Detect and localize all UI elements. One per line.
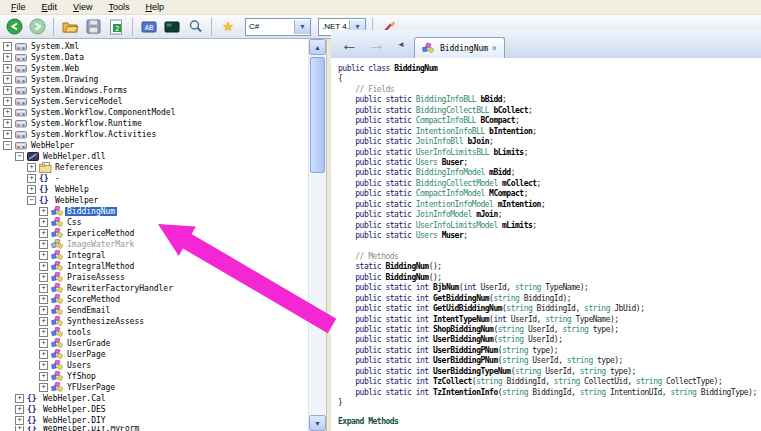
expander-collapsed-icon[interactable]: +	[39, 350, 48, 359]
menu-tools[interactable]: Tools	[101, 1, 136, 13]
tree-label[interactable]: System.Xml	[29, 42, 81, 51]
expander-collapsed-icon[interactable]: +	[39, 317, 48, 326]
tree-item-userpage[interactable]: +UserPage	[0, 349, 308, 360]
expander-collapsed-icon[interactable]: +	[3, 42, 12, 51]
tree-label[interactable]: WebHelper.DIY.MyForm	[41, 426, 141, 431]
tree-item-webhelper-des[interactable]: +{}WebHelper.DES	[0, 404, 308, 415]
export-page-icon[interactable]: 2	[106, 17, 126, 36]
expander-collapsed-icon[interactable]: +	[39, 207, 48, 216]
expander-collapsed-icon[interactable]: +	[27, 185, 36, 194]
tree-label[interactable]: YFUserPage	[65, 383, 117, 392]
expander-collapsed-icon[interactable]: +	[3, 86, 12, 95]
tree-label[interactable]: System.ServiceModel	[29, 97, 125, 106]
tree-label[interactable]: PraiseAssess	[65, 273, 127, 282]
expand-methods-link[interactable]: Expand Methods	[338, 417, 761, 428]
expander-collapsed-icon[interactable]: +	[39, 262, 48, 271]
expander-collapsed-icon[interactable]: +	[27, 163, 36, 172]
expander-collapsed-icon[interactable]: +	[3, 130, 12, 139]
forward-button[interactable]	[27, 17, 47, 36]
expander-collapsed-icon[interactable]: +	[15, 394, 24, 403]
expander-collapsed-icon[interactable]: +	[27, 174, 36, 183]
expander-expanded-icon[interactable]: −	[3, 141, 12, 150]
tree-label[interactable]: System.Workflow.ComponentModel	[29, 108, 178, 117]
expander-expanded-icon[interactable]: −	[27, 196, 36, 205]
expander-collapsed-icon[interactable]: +	[15, 416, 24, 425]
expander-collapsed-icon[interactable]: +	[39, 240, 48, 249]
tree-item-biddingnum[interactable]: +BiddingNum	[0, 206, 308, 217]
expander-collapsed-icon[interactable]: +	[39, 229, 48, 238]
expander-collapsed-icon[interactable]: +	[39, 273, 48, 282]
back-button[interactable]	[4, 17, 24, 36]
language-select[interactable]: C# ▼	[245, 18, 311, 36]
save-icon[interactable]	[83, 17, 103, 36]
tree-label[interactable]: Integral	[65, 251, 108, 260]
tree-item-rewriterfactoryhandler[interactable]: +RewriterFactoryHandler	[0, 283, 308, 294]
tree-label[interactable]: Users	[65, 361, 93, 370]
tree-label[interactable]: ImageWaterMark	[65, 240, 136, 249]
chevron-down-icon[interactable]: ▼	[294, 20, 310, 34]
tree-label[interactable]: UserGrade	[65, 339, 112, 348]
tree-item-expericemethod[interactable]: +ExpericeMethod	[0, 228, 308, 239]
tree-item-webhelper[interactable]: −{}WebHelper	[0, 195, 308, 206]
expander-collapsed-icon[interactable]: +	[39, 251, 48, 260]
tree-label[interactable]: WebHelper	[29, 141, 76, 150]
tree-label[interactable]: System.Workflow.Activities	[29, 130, 158, 139]
tree-item-system-workflow-componentmodel[interactable]: +System.Workflow.ComponentModel	[0, 107, 308, 118]
tree-item-css[interactable]: +Css	[0, 217, 308, 228]
tree-label[interactable]: ExpericeMethod	[65, 229, 136, 238]
history-back-icon[interactable]: ←	[341, 36, 358, 53]
tree-item-usergrade[interactable]: +UserGrade	[0, 338, 308, 349]
console-icon[interactable]	[162, 17, 182, 36]
tree-label[interactable]: SendEmail	[65, 306, 112, 315]
tree-label[interactable]: WebHelper.dll	[41, 152, 108, 161]
tree-item-users[interactable]: +Users	[0, 360, 308, 371]
tree-label[interactable]: -	[53, 174, 62, 183]
expander-collapsed-icon[interactable]: +	[39, 383, 48, 392]
tree-item-tools[interactable]: +tools	[0, 327, 308, 338]
expander-expanded-icon[interactable]: −	[15, 152, 24, 161]
tree-item--[interactable]: +{}-	[0, 173, 308, 184]
tree-item-integral[interactable]: +Integral	[0, 250, 308, 261]
tree-item-references[interactable]: +References	[0, 162, 308, 173]
expander-collapsed-icon[interactable]: +	[3, 53, 12, 62]
tree-scrollbar[interactable]: ▲ ▼	[308, 39, 326, 431]
tree-item-webhelper-cal[interactable]: +{}WebHelper.Cal	[0, 393, 308, 404]
tree-item-webhelp[interactable]: +{}WebHelp	[0, 184, 308, 195]
tree-label[interactable]: System.Web	[29, 64, 81, 73]
tree-label[interactable]: Css	[65, 218, 83, 227]
expander-collapsed-icon[interactable]: +	[3, 97, 12, 106]
expander-collapsed-icon[interactable]: +	[39, 372, 48, 381]
expander-collapsed-icon[interactable]: +	[15, 426, 24, 431]
tree-label[interactable]: ScoreMethod	[65, 295, 122, 304]
scroll-up-arrow[interactable]: ▲	[309, 39, 326, 55]
tree-item-system-workflow-activities[interactable]: +System.Workflow.Activities	[0, 129, 308, 140]
tree-label[interactable]: SynthesizeAssess	[65, 317, 146, 326]
favorites-star-icon[interactable]: ★	[218, 17, 238, 36]
tree-item-system-windows-forms[interactable]: +System.Windows.Forms	[0, 85, 308, 96]
history-forward-icon[interactable]: →	[368, 36, 385, 53]
tree-label[interactable]: RewriterFactoryHandler	[65, 284, 175, 293]
tree-label[interactable]: IntegralMethod	[65, 262, 136, 271]
tree-item-webhelper-diy[interactable]: +{}WebHelper.DIY	[0, 415, 308, 426]
expander-collapsed-icon[interactable]: +	[39, 328, 48, 337]
expander-collapsed-icon[interactable]: +	[3, 108, 12, 117]
expander-collapsed-icon[interactable]: +	[3, 75, 12, 84]
tree-item-yfshop[interactable]: +YfShop	[0, 371, 308, 382]
tree-item-praiseassess[interactable]: +PraiseAssess	[0, 272, 308, 283]
expander-collapsed-icon[interactable]: +	[39, 218, 48, 227]
tab-biddingnum[interactable]: BiddingNum ×	[414, 37, 505, 59]
tree-label[interactable]: System.Drawing	[29, 75, 100, 84]
scrollbar-thumb[interactable]	[310, 57, 325, 173]
expander-collapsed-icon[interactable]: +	[15, 405, 24, 414]
tree-label[interactable]: WebHelper	[53, 196, 100, 205]
open-folder-icon[interactable]	[60, 17, 80, 36]
tree-item-system-servicemodel[interactable]: +System.ServiceModel	[0, 96, 308, 107]
scroll-down-arrow[interactable]: ▼	[309, 415, 326, 431]
tree-label[interactable]: System.Windows.Forms	[29, 86, 129, 95]
assembly-ab-icon[interactable]: AB	[139, 17, 159, 36]
tree-item-system-xml[interactable]: +System.Xml	[0, 41, 308, 52]
tree-item-system-workflow-runtime[interactable]: +System.Workflow.Runtime	[0, 118, 308, 129]
tree-item-integralmethod[interactable]: +IntegralMethod	[0, 261, 308, 272]
expander-collapsed-icon[interactable]: +	[39, 306, 48, 315]
tree-label[interactable]: BiddingNum	[65, 207, 117, 216]
